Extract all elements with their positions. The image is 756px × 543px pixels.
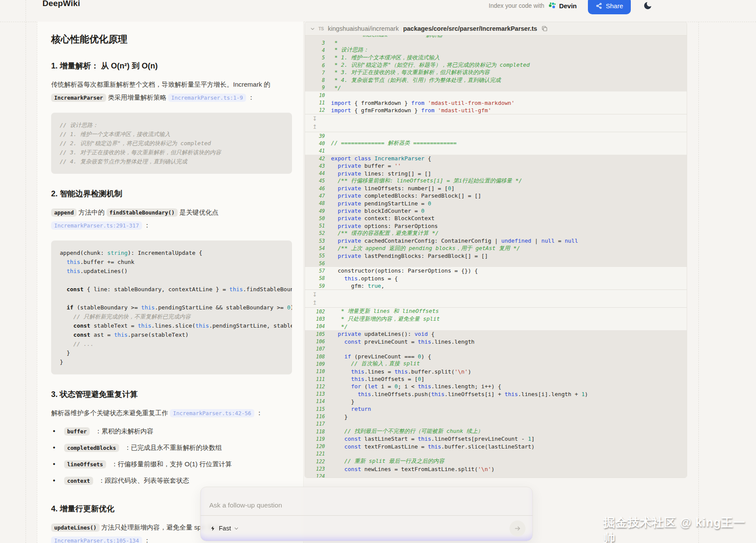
code-line: 53 private cachedContainerConfig: Contai… [305,237,687,244]
line-number: 114 [305,398,331,404]
expand-down-button[interactable]: ↧ [312,115,321,123]
header: DeepWiki Index your code with Devin [0,0,756,22]
code-line: 121 [305,450,687,458]
code-line: 120 const textFromLastLine = this.buffer… [305,443,687,450]
code-viewer-header: TS kingshuaishuai/incremark packages/cor… [305,22,687,36]
code-line: 54 /** 上次 append 返回的 pending blocks，用于 g… [305,244,687,252]
send-button[interactable] [509,520,526,536]
code-line: 7 * 3. 对于正在接收的块，每次重新解析，但只解析该块的内容 [305,69,687,76]
index-your-code-text: Index your code with [489,2,544,9]
collapse-chevron-icon[interactable] [310,26,315,31]
code-line: 9 */ [305,84,687,91]
text-run: ： [246,94,254,101]
line-number: 118 [305,429,331,435]
text-run: 类采用增量解析策略 [106,94,168,101]
line-number: 112 [305,384,331,390]
file-reference-link[interactable]: IncremarkParser.ts:42-56 [170,409,254,417]
line-number: 12 [305,107,331,113]
line-number: 110 [305,368,331,374]
moon-icon [643,5,652,12]
line-number: 51 [305,223,331,229]
line-number: 43 [305,163,331,169]
inline-code-chip: IncremarkParser [51,94,106,102]
line-number: 104 [305,323,331,329]
line-number: 55 [305,253,331,259]
code-line: 113 this.lineOffsets.push(this.lineOffse… [305,390,687,397]
file-reference-link[interactable]: IncremarkParser.ts:105-134 [51,536,142,543]
list-item-text: ：行偏移量前缀和，支持 O(1) 行位置计算 [111,460,232,468]
code-line: 44 private lines: string[] = [] [305,169,687,177]
code-line: 109 // 首次输入，直接 split [305,360,687,367]
file-path: packages/core/src/parser/IncremarkParser… [403,25,537,32]
fast-mode-button[interactable]: Fast [208,524,241,532]
code-line: 4 * 设计思路： [305,46,687,54]
code-line: 50 private context: BlockContext [305,215,687,222]
code-line: 58 this.options = { [305,275,687,282]
typescript-badge: TS [318,26,324,31]
file-reference-link[interactable]: IncremarkParser.ts:1-9 [168,94,246,102]
line-number: 103 [305,316,331,322]
code-line: 103 * 只处理新增的内容，避免全量 split [305,315,687,323]
code-line: 47 private completedBlocks: ParsedBlock[… [305,192,687,199]
line-number: 52 [305,230,331,236]
devin-link[interactable]: Devin [548,2,577,10]
copy-button[interactable] [542,26,548,32]
code-line: 40// ============= 解析器类 ============= [305,140,687,147]
line-number: 117 [305,421,331,427]
code-line: 59 gfm: true, [305,282,687,289]
code-line: 102 * 增量更新 lines 和 lineOffsets [305,308,687,315]
chevron-down-icon [234,526,239,531]
followup-box: Fast [200,487,533,541]
expand-up-button[interactable]: ↥ [312,123,321,131]
file-reference-link[interactable]: IncremarkParser.ts:291-317 [51,221,142,230]
line-number: 6 [305,62,331,68]
bullet-icon: • [53,477,59,484]
code-line: 3 * [305,39,687,46]
line-number: 108 [305,354,331,360]
line-number: 59 [305,283,331,289]
line-number: 54 [305,245,331,251]
line-number: 106 [305,338,331,345]
line-number: 121 [305,451,331,457]
repo-name[interactable]: kingshuaishuai/incremark [328,25,399,32]
share-icon [596,3,602,9]
devin-label: Devin [559,2,577,10]
code-line: 46 private lineOffsets: number[] = [0] [305,185,687,192]
deepwiki-logo[interactable]: DeepWiki [42,0,80,8]
watermark: 掘金技术社区 @ king王一帅 [604,515,756,543]
inline-code-chip: context [64,477,93,485]
expand-down-button[interactable]: ↧ [312,291,321,299]
section-heading: 2. 智能边界检测机制 [51,189,292,199]
code-line: 111 this.lineOffsets = [0] [305,375,687,383]
bullet-icon: • [53,427,59,435]
list-item: •lineOffsets：行偏移量前缀和，支持 O(1) 行位置计算 [53,456,292,472]
code-line: 124 [305,473,687,478]
code-line: 43 private buffer = '' [305,162,687,169]
line-number: 48 [305,200,331,206]
line-number: 11 [305,100,331,106]
code-line: 116 } [305,413,687,420]
devin-logo-icon [548,2,556,10]
line-number: 111 [305,376,331,382]
bullet-icon: • [53,444,59,452]
code-line: 11import { fromMarkdown } from 'mdast-ut… [305,99,687,106]
expand-up-button[interactable]: ↥ [312,299,321,307]
list-item: •buffer：累积的未解析内容 [53,423,292,439]
share-label: Share [606,2,623,10]
text-run: ： [254,409,263,416]
line-number: 42 [305,156,331,162]
line-number: 116 [305,413,331,419]
page-title: 核心性能优化原理 [51,33,292,46]
line-number: 7 [305,70,331,76]
doc-code-block: append(chunk: string): IncrementalUpdate… [51,241,292,374]
theme-toggle-button[interactable] [641,0,654,12]
followup-question-input[interactable] [201,487,532,515]
paragraph: 传统解析器每次都重新解析整个文档，导致解析量呈平方增长。Incremark 的 … [51,78,292,104]
line-number: 57 [305,268,331,274]
share-button[interactable]: Share [588,0,631,14]
line-number: 5 [305,55,331,61]
text-run: 解析器维护多个关键状态来避免重复工作 [51,409,170,416]
line-number: 8 [305,77,331,83]
section-heading: 1. 增量解析： 从 O(n²) 到 O(n) [51,61,292,71]
line-number: 47 [305,193,331,199]
